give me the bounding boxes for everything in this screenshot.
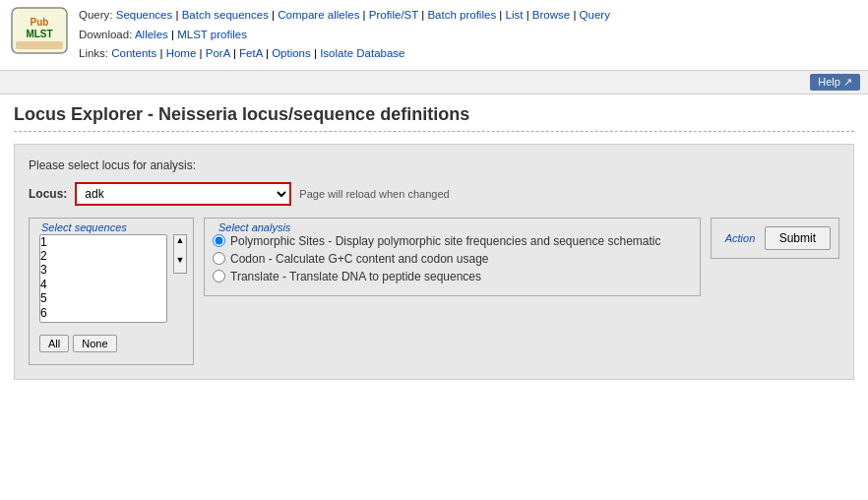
nav-link-home[interactable]: Home [166, 47, 197, 59]
nav-link-list[interactable]: List [506, 9, 524, 21]
select-locus-label: Please select locus for analysis: [29, 158, 839, 172]
svg-text:Pub: Pub [31, 17, 49, 28]
radio-codon: Codon - Calculate G+C content and codon … [213, 252, 692, 266]
analysis-section-title: Select analysis [213, 219, 296, 235]
pubmlst-logo: Pub MLST [10, 6, 69, 55]
nav-link-pora[interactable]: PorA [206, 47, 230, 59]
help-button[interactable]: Help ↗ [810, 74, 860, 91]
header: Pub MLST Query: Sequences | Batch sequen… [0, 0, 868, 71]
all-button[interactable]: All [39, 335, 69, 352]
nav-link-sequences[interactable]: Sequences [116, 9, 173, 21]
action-section-title: Action [719, 230, 762, 246]
radio-translate: Translate - Translate DNA to peptide seq… [213, 270, 692, 283]
locus-label: Locus: [29, 187, 67, 201]
links-label: Links: [79, 47, 108, 59]
page-title: Locus Explorer - Neisseria locus/sequenc… [14, 104, 854, 132]
locus-select[interactable]: adk abcZ aroE fumC gdh pdhC pgm [75, 182, 291, 206]
nav-link-profile-st[interactable]: Profile/ST [369, 9, 418, 21]
svg-rect-3 [16, 41, 63, 49]
sequences-section: Select sequences 1 2 3 4 5 6 ▲▼ All [29, 218, 194, 365]
nav-link-batch-sequences[interactable]: Batch sequences [182, 9, 269, 21]
scrollbar-up[interactable]: ▲▼ [173, 234, 187, 274]
nav-link-batch-profiles[interactable]: Batch profiles [427, 9, 496, 21]
radio-polymorphic: Polymorphic Sites - Display polymorphic … [213, 234, 692, 248]
radio-translate-label: Translate - Translate DNA to peptide seq… [230, 270, 481, 283]
columns: Select sequences 1 2 3 4 5 6 ▲▼ All [29, 218, 839, 365]
submit-button[interactable]: Submit [765, 226, 831, 250]
nav-link-options[interactable]: Options [272, 47, 311, 59]
form-area: Please select locus for analysis: Locus:… [14, 144, 854, 380]
sequences-listbox[interactable]: 1 2 3 4 5 6 [39, 234, 167, 323]
nav-link-isolate-db[interactable]: Isolate Database [320, 47, 404, 59]
nav-link-query[interactable]: Query [580, 9, 610, 21]
nav-links: Query: Sequences | Batch sequences | Com… [79, 6, 610, 64]
nav-link-browse[interactable]: Browse [532, 9, 570, 21]
radio-translate-input[interactable] [213, 270, 225, 282]
nav-link-feta[interactable]: FetA [239, 47, 263, 59]
help-bar: Help ↗ [0, 71, 868, 94]
nav-link-compare-alleles[interactable]: Compare alleles [278, 9, 359, 21]
svg-text:MLST: MLST [26, 29, 52, 39]
radio-polymorphic-label: Polymorphic Sites - Display polymorphic … [230, 234, 661, 248]
none-button[interactable]: None [73, 335, 116, 352]
nav-link-alleles[interactable]: Alleles [135, 29, 168, 40]
reload-note: Page will reload when changed [299, 188, 449, 200]
download-label: Download: [79, 29, 132, 40]
analysis-section: Select analysis Polymorphic Sites - Disp… [204, 218, 701, 296]
query-label: Query: [79, 9, 113, 21]
links-row: Links: Contents | Home | PorA | FetA | O… [79, 44, 610, 64]
seq-buttons: All None [35, 331, 187, 356]
radio-codon-label: Codon - Calculate G+C content and codon … [230, 252, 489, 266]
download-row: Download: Alleles | MLST profiles [79, 26, 610, 45]
locus-row: Locus: adk abcZ aroE fumC gdh pdhC pgm P… [29, 182, 839, 206]
nav-link-mlst-profiles[interactable]: MLST profiles [177, 29, 247, 40]
sequences-section-title: Select sequences [35, 219, 133, 235]
query-row: Query: Sequences | Batch sequences | Com… [79, 6, 610, 26]
nav-link-contents[interactable]: Contents [111, 47, 156, 59]
radio-codon-input[interactable] [213, 252, 225, 265]
radio-polymorphic-input[interactable] [213, 234, 225, 247]
main-content: Locus Explorer - Neisseria locus/sequenc… [0, 94, 868, 400]
action-section: Action Submit [711, 218, 839, 259]
